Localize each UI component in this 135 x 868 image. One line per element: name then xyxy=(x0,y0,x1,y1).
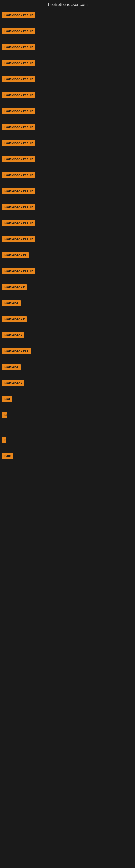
list-item: Bottleneck result xyxy=(2,73,135,84)
bottleneck-badge[interactable]: Bottleneck result xyxy=(2,156,35,162)
site-title-container: TheBottlenecker.com xyxy=(0,0,135,9)
bottleneck-badge[interactable]: Bottlene xyxy=(2,300,20,306)
bottleneck-badge[interactable]: Bottleneck xyxy=(2,332,24,338)
list-item: Bottleneck result xyxy=(2,201,135,212)
bottleneck-badge[interactable]: Bottleneck r xyxy=(2,316,27,322)
list-item: Bottleneck result xyxy=(2,105,135,116)
list-item: Bottleneck res xyxy=(2,345,135,356)
list-item: Bottleneck result xyxy=(2,265,135,276)
list-item xyxy=(2,466,135,470)
bottleneck-badge[interactable]: Bottleneck result xyxy=(2,12,35,18)
list-item: Bot xyxy=(2,393,135,404)
list-item: Bottleneck result xyxy=(2,121,135,132)
list-item xyxy=(2,492,135,496)
bottleneck-badge[interactable]: B xyxy=(2,412,7,418)
bottleneck-badge[interactable]: Bottleneck result xyxy=(2,76,35,82)
list-item: Bottleneck result xyxy=(2,57,135,68)
bottleneck-badge[interactable]: Bottleneck result xyxy=(2,172,35,178)
list-item: Bottleneck re xyxy=(2,249,135,260)
bottleneck-badge[interactable]: Bottleneck result xyxy=(2,124,35,130)
bottleneck-badge[interactable]: Bottleneck result xyxy=(2,92,35,98)
list-item: Bottleneck result xyxy=(2,9,135,20)
bottleneck-badge[interactable]: Bottlene xyxy=(2,364,20,370)
bottleneck-badge[interactable]: Bottleneck result xyxy=(2,236,35,242)
list-item: Bottleneck result xyxy=(2,217,135,228)
bottleneck-badge[interactable]: Bottleneck result xyxy=(2,204,35,210)
list-item: Bottleneck result xyxy=(2,185,135,196)
site-title: TheBottlenecker.com xyxy=(0,0,135,9)
bottleneck-list: Bottleneck resultBottleneck resultBottle… xyxy=(0,9,135,496)
bottleneck-badge[interactable]: Bott xyxy=(2,453,13,459)
bottleneck-badge[interactable]: B xyxy=(2,437,6,443)
bottleneck-badge[interactable]: Bottleneck result xyxy=(2,44,35,50)
list-item xyxy=(2,484,135,487)
bottleneck-badge[interactable]: Bottleneck result xyxy=(2,28,35,34)
bottleneck-badge[interactable]: Bottleneck xyxy=(2,380,24,386)
list-item: Bottleneck r xyxy=(2,313,135,324)
list-item: Bottleneck result xyxy=(2,25,135,36)
bottleneck-badge[interactable]: Bot xyxy=(2,396,12,402)
list-item: Bott xyxy=(2,450,135,461)
list-item xyxy=(2,475,135,478)
bottleneck-badge[interactable]: Bottleneck result xyxy=(2,268,35,274)
list-item: Bottlene xyxy=(2,361,135,372)
list-item: B xyxy=(2,409,135,421)
list-item: Bottleneck result xyxy=(2,137,135,148)
list-item: Bottleneck result xyxy=(2,153,135,164)
list-item: Bottleneck result xyxy=(2,233,135,244)
list-item: Bottleneck result xyxy=(2,89,135,100)
list-item: Bottleneck result xyxy=(2,41,135,52)
bottleneck-badge[interactable]: Bottleneck r xyxy=(2,284,27,290)
bottleneck-badge[interactable]: Bottleneck result xyxy=(2,188,35,194)
list-item: Bottleneck xyxy=(2,329,135,340)
list-item: B xyxy=(2,434,135,445)
list-item: Bottlene xyxy=(2,297,135,308)
bottleneck-badge[interactable]: Bottleneck result xyxy=(2,220,35,226)
list-item: Bottleneck xyxy=(2,377,135,389)
bottleneck-badge[interactable]: Bottleneck result xyxy=(2,108,35,114)
bottleneck-badge[interactable]: Bottleneck result xyxy=(2,60,35,66)
bottleneck-badge[interactable]: Bottleneck re xyxy=(2,252,29,258)
bottleneck-badge[interactable]: Bottleneck result xyxy=(2,140,35,146)
list-item: Bottleneck r xyxy=(2,281,135,292)
list-item: Bottleneck result xyxy=(2,169,135,180)
bottleneck-badge[interactable]: Bottleneck res xyxy=(2,348,31,354)
list-item xyxy=(2,425,135,429)
